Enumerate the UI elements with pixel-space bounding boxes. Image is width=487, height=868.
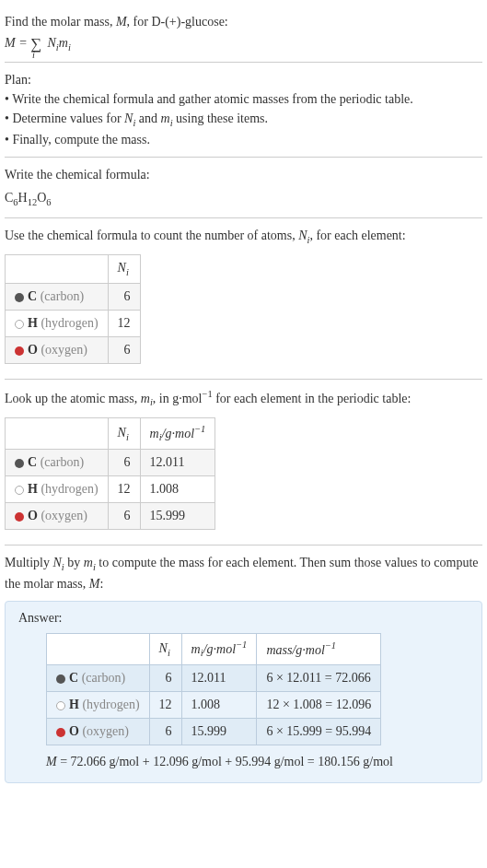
header-empty — [47, 634, 150, 664]
element-symbol: H — [69, 698, 79, 711]
header-ni: Ni — [108, 418, 140, 449]
table-row: O (oxygen) 6 — [6, 337, 141, 364]
ni-value: 6 — [108, 337, 140, 364]
chem-c: C — [5, 191, 13, 205]
mult-prefix: Multiply — [5, 556, 53, 569]
mass-table: Ni mi/g·mol−1 C (carbon) 6 12.011 H (hyd… — [5, 417, 215, 529]
element-name: (carbon) — [78, 671, 125, 685]
count-table: Ni C (carbon) 6 H (hydrogen) 12 O (oxyge… — [5, 254, 141, 364]
mass-calc: 12 × 1.008 = 12.096 — [257, 691, 381, 718]
element-cell: O (oxygen) — [6, 337, 109, 364]
element-cell: O (oxygen) — [6, 502, 109, 529]
answer-box: Answer: Ni mi/g·mol−1 mass/g·mol−1 C (ca… — [5, 601, 482, 782]
molar-mass-formula: M = ∑i Nimi — [5, 33, 482, 53]
ni-value: 6 — [149, 718, 181, 745]
element-name: (hydrogen) — [38, 316, 99, 330]
chem-o-sub: 6 — [46, 197, 51, 207]
header-mi-unit: /g·mol — [203, 642, 236, 656]
formula-lhs: M = — [5, 36, 30, 50]
count-title-ni: N — [298, 229, 307, 242]
table-header-row: Ni — [6, 255, 141, 284]
carbon-swatch-icon — [15, 459, 24, 468]
mi-value: 15.999 — [181, 718, 257, 745]
final-equation: M = 72.066 g/mol + 12.096 g/mol + 95.994… — [46, 755, 469, 769]
oxygen-swatch-icon — [15, 346, 24, 356]
header-empty — [6, 255, 109, 284]
plan-bullet-2: • Determine values for Ni and mi using t… — [5, 109, 482, 131]
table-header-row: Ni mi/g·mol−1 — [6, 418, 215, 449]
header-ni: Ni — [149, 634, 181, 664]
intro-prefix: Find the molar mass, — [5, 15, 116, 29]
final-eq-text: = 72.066 g/mol + 12.096 g/mol + 95.994 g… — [57, 755, 393, 768]
header-mi: mi/g·mol−1 — [140, 418, 215, 449]
count-title-prefix: Use the chemical formula to count the nu… — [5, 229, 298, 242]
table-row: C (carbon) 6 12.011 — [6, 449, 215, 475]
header-mass-text: mass/g·mol — [266, 643, 324, 657]
hydrogen-swatch-icon — [56, 701, 65, 710]
count-title: Use the chemical formula to count the nu… — [5, 226, 482, 248]
intro-suffix: , for D-(+)-glucose: — [127, 15, 228, 29]
formula-sum-sub: i — [32, 50, 35, 60]
intro-section: Find the molar mass, M, for D-(+)-glucos… — [5, 5, 482, 63]
intro-line: Find the molar mass, M, for D-(+)-glucos… — [5, 12, 482, 31]
element-symbol: O — [28, 509, 38, 522]
element-cell: C (carbon) — [6, 449, 109, 475]
chem-formula: C6H12O6 — [5, 188, 482, 210]
ni-value: 12 — [108, 311, 140, 337]
plan-b2-mi: m — [161, 111, 170, 125]
mult-mid1: by — [64, 556, 84, 569]
mi-value: 12.011 — [181, 664, 257, 691]
header-ni-sym: N — [118, 261, 126, 275]
plan-title: Plan: — [5, 70, 482, 89]
table-row: O (oxygen) 6 15.999 — [6, 502, 215, 529]
formula-ni: N — [44, 36, 56, 50]
element-symbol: O — [69, 724, 79, 738]
hydrogen-swatch-icon — [15, 486, 24, 495]
header-ni-sym: N — [118, 426, 126, 440]
ni-value: 6 — [108, 284, 140, 311]
header-ni-sub: i — [126, 432, 129, 442]
carbon-swatch-icon — [56, 674, 65, 684]
mult-ni: N — [53, 556, 62, 569]
header-mi-unit: /g·mol — [162, 427, 194, 440]
element-symbol: C — [28, 455, 37, 469]
result-section: Multiply Ni by mi to compute the mass fo… — [5, 545, 482, 783]
mi-value: 1.008 — [140, 475, 215, 502]
oxygen-swatch-icon — [56, 728, 65, 737]
plan-b2-suffix: using these items. — [173, 111, 268, 125]
header-ni-sub: i — [168, 648, 170, 658]
element-name: (oxygen) — [38, 343, 87, 357]
element-cell: C (carbon) — [6, 284, 109, 311]
chem-o: O — [37, 191, 46, 205]
answer-title: Answer: — [18, 611, 469, 626]
element-name: (carbon) — [37, 289, 84, 303]
chemical-formula-section: Write the chemical formula: C6H12O6 — [5, 158, 482, 218]
count-section: Use the chemical formula to count the nu… — [5, 218, 482, 380]
element-cell: H (hydrogen) — [47, 691, 150, 718]
header-mi: mi/g·mol−1 — [181, 634, 257, 664]
element-cell: C (carbon) — [47, 664, 150, 691]
header-mi-exp: −1 — [194, 424, 205, 434]
multiply-text: Multiply Ni by mi to compute the mass fo… — [5, 553, 482, 594]
mi-value: 1.008 — [181, 691, 257, 718]
plan-bullet-3: • Finally, compute the mass. — [5, 130, 482, 149]
header-empty — [6, 418, 109, 449]
element-name: (oxygen) — [38, 509, 87, 522]
ni-value: 6 — [108, 502, 140, 529]
mult-mi: m — [84, 556, 93, 569]
element-cell: O (oxygen) — [47, 718, 150, 745]
element-name: (hydrogen) — [38, 482, 99, 496]
header-mi-exp: −1 — [236, 639, 247, 650]
element-name: (carbon) — [37, 455, 84, 469]
mass-section: Look up the atomic mass, mi, in g·mol−1 … — [5, 380, 482, 545]
chem-title: Write the chemical formula: — [5, 165, 482, 184]
mi-value: 15.999 — [140, 502, 215, 529]
element-symbol: O — [28, 343, 38, 357]
mass-title-exp: −1 — [202, 389, 212, 399]
header-mi-sym: m — [150, 427, 159, 440]
formula-mi: m — [59, 36, 68, 50]
ni-value: 6 — [108, 449, 140, 475]
header-ni: Ni — [108, 255, 140, 284]
formula-mi-sub: i — [68, 42, 71, 53]
mult-suffix: : — [99, 577, 103, 591]
